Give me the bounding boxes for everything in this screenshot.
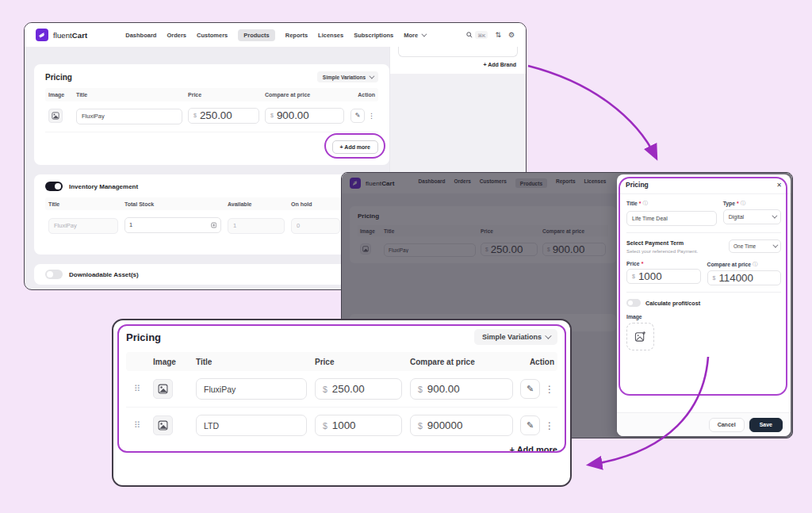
zoom-row-ltd: ⠿ $ $ ✎⋮ bbox=[126, 407, 557, 436]
downloadable-toggle[interactable] bbox=[45, 270, 63, 279]
simple-variations-dropdown[interactable]: Simple Variations bbox=[474, 329, 557, 345]
pricing-panel-title: Pricing bbox=[126, 331, 161, 343]
pricing-table-header: Image Title Price Compare at price Actio… bbox=[45, 88, 378, 101]
drag-handle-icon[interactable]: ⠿ bbox=[134, 421, 140, 430]
image-thumbnail-icon[interactable] bbox=[153, 415, 173, 435]
stock-adjust-icon[interactable] bbox=[211, 222, 216, 228]
payment-term-subtitle: Select your referenced Payment. bbox=[626, 248, 698, 254]
modal-footer: Cancel Save bbox=[617, 412, 791, 436]
chevron-down-icon bbox=[422, 31, 427, 36]
image-upload-box[interactable] bbox=[626, 323, 654, 350]
currency-symbol: $ bbox=[270, 113, 274, 118]
add-brand-link[interactable]: + Add Brand bbox=[398, 57, 518, 69]
chevron-down-icon bbox=[369, 73, 374, 78]
payment-term-label: Select Payment Term bbox=[626, 239, 698, 247]
downloadable-toggle-label: Downloadable Asset(s) bbox=[69, 271, 139, 278]
modal-title: Pricing bbox=[626, 181, 649, 189]
app-header: fluentCart Dashboard Orders Customers Pr… bbox=[25, 23, 526, 47]
type-select[interactable]: Digital bbox=[723, 209, 781, 224]
price-input[interactable] bbox=[332, 419, 394, 431]
modal-title-input[interactable] bbox=[626, 211, 717, 226]
nav-licenses[interactable]: Licenses bbox=[318, 32, 343, 39]
inventory-title-input bbox=[48, 218, 118, 234]
nav-subscriptions[interactable]: Subscriptions bbox=[354, 32, 393, 39]
total-stock-field[interactable] bbox=[124, 217, 221, 233]
compare-price-input[interactable] bbox=[277, 109, 339, 121]
title-input[interactable] bbox=[76, 109, 182, 124]
nav-customers[interactable]: Customers bbox=[197, 32, 228, 39]
image-thumbnail-icon[interactable] bbox=[48, 109, 63, 123]
inventory-toggle[interactable] bbox=[45, 182, 63, 191]
modal-price-field[interactable]: $ bbox=[626, 269, 701, 284]
profit-toggle[interactable] bbox=[626, 299, 641, 307]
payment-term-select[interactable]: One Time bbox=[729, 239, 781, 253]
window-zoom-pricing: Pricing Simple Variations Image Title Pr… bbox=[112, 319, 572, 487]
required-mark: * bbox=[639, 201, 642, 206]
save-button[interactable]: Save bbox=[749, 418, 783, 432]
price-input[interactable] bbox=[332, 383, 394, 395]
image-thumbnail-icon[interactable] bbox=[153, 379, 173, 399]
image-plus-icon bbox=[634, 331, 646, 343]
kebab-menu-icon[interactable]: ⋮ bbox=[545, 420, 554, 431]
edit-button[interactable]: ✎ bbox=[520, 379, 540, 399]
compare-price-input[interactable] bbox=[427, 419, 505, 431]
nav-more[interactable]: More bbox=[404, 32, 425, 39]
add-more-button[interactable]: + Add more bbox=[332, 140, 378, 154]
brand-input-partial[interactable] bbox=[398, 47, 518, 57]
pricing-row-fluxipay: $ $ ✎⋮ bbox=[45, 107, 378, 124]
pencil-icon: ✎ bbox=[355, 112, 361, 119]
chevron-down-icon bbox=[545, 332, 551, 339]
inventory-row bbox=[45, 216, 378, 234]
add-more-button[interactable]: + Add more bbox=[510, 445, 557, 454]
edit-button[interactable]: ✎ bbox=[520, 415, 540, 435]
available-input bbox=[228, 218, 285, 234]
close-icon[interactable]: ✕ bbox=[776, 182, 782, 189]
price-input[interactable] bbox=[200, 109, 254, 121]
info-icon: ⓘ bbox=[753, 261, 758, 268]
type-label: Type bbox=[723, 201, 735, 206]
swap-icon[interactable]: ⇅ bbox=[495, 32, 501, 39]
nav-dashboard[interactable]: Dashboard bbox=[125, 32, 156, 39]
cancel-button[interactable]: Cancel bbox=[709, 418, 745, 432]
gear-icon[interactable]: ⚙ bbox=[508, 32, 515, 39]
stage: fluentCart Dashboard Orders Customers Pr… bbox=[0, 0, 812, 513]
search-button[interactable]: ⌘K bbox=[466, 31, 488, 39]
nav-reports[interactable]: Reports bbox=[285, 32, 308, 39]
info-icon: ⓘ bbox=[741, 200, 746, 207]
on-hold-input bbox=[291, 218, 340, 234]
inventory-card: Inventory Management Title Total Stock A… bbox=[34, 174, 389, 255]
profit-toggle-label: Calculate profit/cost bbox=[645, 300, 700, 307]
info-icon: ⓘ bbox=[643, 200, 649, 207]
kebab-menu-icon[interactable]: ⋮ bbox=[545, 384, 554, 395]
search-shortcut-badge: ⌘K bbox=[475, 31, 488, 39]
pencil-icon: ✎ bbox=[527, 420, 534, 431]
zoom-table-header: Image Title Price Compare at price Actio… bbox=[126, 352, 557, 371]
pricing-modal: Pricing ✕ Title*ⓘ Type*ⓘ Digital bbox=[617, 174, 791, 436]
zoom-row-fluxipay: ⠿ $ $ ✎⋮ bbox=[126, 378, 557, 400]
price-label: Price bbox=[626, 261, 640, 266]
chevron-down-icon bbox=[772, 243, 778, 248]
downloadable-card: Downloadable Asset(s) bbox=[34, 264, 389, 285]
inventory-table-header: Title Total Stock Available On hold Deli… bbox=[45, 197, 378, 210]
inventory-toggle-label: Inventory Management bbox=[69, 183, 138, 190]
header-actions: ⌘K ⇅ ⚙ bbox=[466, 31, 515, 39]
chevron-down-icon bbox=[772, 213, 777, 219]
image-label: Image bbox=[626, 314, 781, 320]
main-nav: Dashboard Orders Customers Products Repo… bbox=[125, 29, 425, 41]
kebab-menu-icon[interactable]: ⋮ bbox=[368, 112, 375, 120]
drag-handle-icon[interactable]: ⠿ bbox=[134, 385, 140, 393]
fluentcart-logo-icon[interactable] bbox=[36, 29, 48, 41]
currency-symbol: $ bbox=[193, 113, 197, 118]
pricing-card-title: Pricing bbox=[45, 73, 72, 82]
modal-compare-field[interactable]: $ bbox=[707, 270, 782, 285]
compare-price-input[interactable] bbox=[427, 383, 505, 395]
simple-variations-dropdown[interactable]: Simple Variations bbox=[317, 71, 378, 82]
edit-button[interactable]: ✎ bbox=[350, 109, 365, 123]
title-input[interactable] bbox=[196, 415, 307, 436]
compare-price-label: Compare at price bbox=[707, 262, 752, 267]
nav-orders[interactable]: Orders bbox=[167, 32, 186, 39]
title-input[interactable] bbox=[196, 378, 307, 400]
pricing-card: Pricing Simple Variations Image Title Pr… bbox=[34, 64, 389, 165]
nav-products[interactable]: Products bbox=[238, 29, 275, 41]
search-icon bbox=[466, 32, 473, 38]
